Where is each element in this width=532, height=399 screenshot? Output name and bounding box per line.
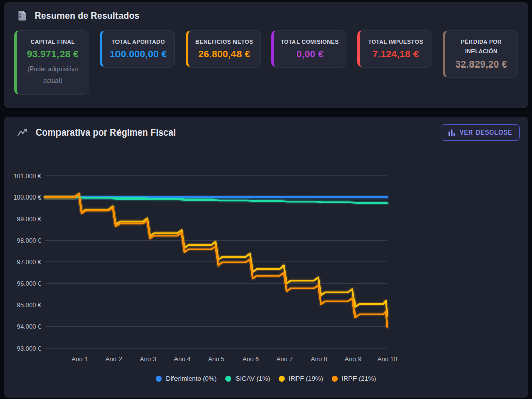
summary-card: BENEFICIOS NETOS 26.800,48 €	[186, 30, 261, 68]
summary-card-label: TOTAL IMPUESTOS	[364, 37, 428, 47]
summary-title: Resumen de Resultados	[35, 11, 139, 21]
chart-panel: Comparativa por Régimen Fiscal VER DESGL…	[4, 117, 528, 398]
summary-card: TOTAL COMISIONES 0,00 €	[271, 30, 346, 68]
series-glow	[45, 194, 387, 327]
fiscal-chart[interactable]: 101.000 €100.000 €99.000 €98.000 €97.000…	[4, 145, 528, 372]
summary-card: TOTAL APORTADO 100.000,00 €	[100, 30, 175, 68]
summary-card-label: PÉRDIDA POR INFLACIÓN	[449, 37, 513, 57]
legend-item[interactable]: SICAV (1%)	[225, 375, 270, 382]
summary-card-label: BENEFICIOS NETOS	[192, 37, 256, 47]
summary-card-label: TOTAL APORTADO	[106, 37, 170, 47]
summary-card: CAPITAL FINAL 93.971,28 € (Poder adquisi…	[14, 30, 89, 95]
legend-item[interactable]: Diferimiento (0%)	[156, 375, 216, 382]
legend-dot	[156, 376, 162, 382]
summary-header: Resumen de Resultados	[4, 2, 528, 21]
legend-label: IRPF (19%)	[289, 375, 323, 382]
report-document-icon	[17, 10, 27, 21]
y-axis-tick-label: 93.000 €	[17, 345, 41, 352]
y-axis-tick-label: 94.000 €	[17, 323, 41, 330]
bar-chart-icon	[448, 129, 455, 136]
ver-desglose-label: VER DESGLOSE	[460, 129, 512, 136]
x-axis-tick-label: Año 6	[242, 356, 259, 363]
summary-panel: Resumen de Resultados CAPITAL FINAL 93.9…	[4, 2, 528, 108]
chart-title: Comparativa por Régimen Fiscal	[36, 127, 176, 138]
summary-cards: CAPITAL FINAL 93.971,28 € (Poder adquisi…	[4, 21, 528, 95]
summary-card-value: 7.124,18 €	[364, 49, 428, 60]
legend-dot	[279, 376, 285, 382]
x-axis-tick-label: Año 9	[345, 356, 362, 363]
summary-card-value: 0,00 €	[278, 49, 342, 60]
x-axis-tick-label: Año 10	[377, 356, 397, 363]
summary-card-value: 26.800,48 €	[192, 49, 256, 60]
legend-item[interactable]: IRPF (19%)	[279, 375, 323, 382]
legend-label: IRPF (21%)	[342, 375, 376, 382]
chart-header: Comparativa por Régimen Fiscal VER DESGL…	[4, 117, 528, 141]
y-axis-tick-label: 101.000 €	[13, 173, 41, 180]
x-axis-tick-label: Año 3	[140, 356, 156, 363]
y-axis-tick-label: 95.000 €	[17, 302, 41, 309]
summary-card-value: 93.971,28 €	[21, 49, 85, 60]
trend-line-icon	[17, 128, 28, 137]
y-axis-tick-label: 97.000 €	[17, 259, 41, 266]
summary-card-value: 32.829,20 €	[449, 59, 513, 70]
summary-card-value: 100.000,00 €	[106, 49, 170, 60]
summary-card-note: (Poder adquisitivo actual)	[21, 63, 85, 87]
summary-card-label: CAPITAL FINAL	[21, 37, 85, 47]
summary-card: PÉRDIDA POR INFLACIÓN 32.829,20 €	[443, 30, 518, 78]
summary-card-label: TOTAL COMISIONES	[278, 37, 342, 47]
x-axis-tick-label: Año 8	[311, 356, 327, 363]
ver-desglose-button[interactable]: VER DESGLOSE	[441, 124, 520, 141]
x-axis-tick-label: Año 2	[105, 356, 122, 363]
y-axis-tick-label: 98.000 €	[17, 237, 41, 244]
summary-card: TOTAL IMPUESTOS 7.124,18 €	[357, 30, 432, 68]
x-axis-tick-label: Año 1	[71, 356, 88, 363]
legend-dot	[225, 376, 231, 382]
x-axis-tick-label: Año 4	[174, 356, 191, 363]
x-axis-tick-label: Año 5	[208, 356, 225, 363]
x-axis-tick-label: Año 7	[276, 356, 293, 363]
legend-label: Diferimiento (0%)	[166, 375, 216, 382]
y-axis-tick-label: 100.000 €	[13, 194, 41, 201]
legend-label: SICAV (1%)	[235, 375, 270, 382]
legend-item[interactable]: IRPF (21%)	[332, 375, 376, 382]
chart-legend: Diferimiento (0%)SICAV (1%)IRPF (19%)IRP…	[4, 375, 528, 382]
y-axis-tick-label: 96.000 €	[17, 280, 41, 287]
legend-dot	[332, 376, 338, 382]
y-axis-tick-label: 99.000 €	[17, 216, 41, 223]
